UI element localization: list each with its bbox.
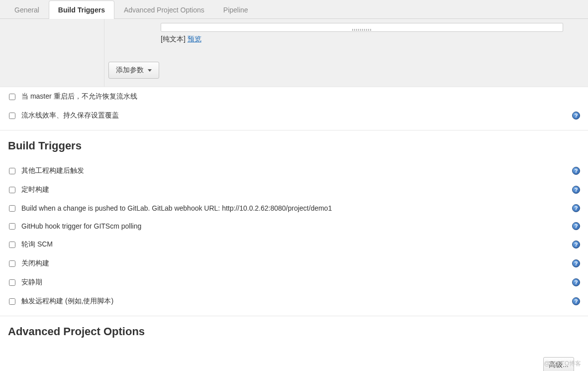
trigger-timed-build: 定时构建 ? <box>8 180 580 199</box>
parameter-description-textarea[interactable] <box>161 23 563 32</box>
help-icon[interactable]: ? <box>572 186 580 194</box>
option-label: GitHub hook trigger for GITScm polling <box>21 222 566 230</box>
trigger-disable-build: 关闭构建 ? <box>8 254 580 273</box>
trigger-after-other-projects: 其他工程构建后触发 ? <box>8 161 580 180</box>
tab-build-triggers[interactable]: Build Triggers <box>49 0 114 19</box>
checkbox-poll-scm[interactable] <box>9 242 15 248</box>
checkbox-github-hook[interactable] <box>9 223 15 230</box>
plain-text-label: [纯文本] <box>161 35 186 43</box>
option-durability-override: 流水线效率、持久保存设置覆盖 ? <box>8 106 580 125</box>
help-icon[interactable]: ? <box>572 222 580 230</box>
checkbox-timed-build[interactable] <box>9 187 15 193</box>
trigger-remote: 触发远程构建 (例如,使用脚本) ? <box>8 292 580 311</box>
option-label: 定时构建 <box>21 185 566 194</box>
option-label: 触发远程构建 (例如,使用脚本) <box>21 297 566 306</box>
config-tabbar: General Build Triggers Advanced Project … <box>0 0 588 19</box>
checkbox-quiet-period[interactable] <box>9 279 15 286</box>
trigger-quiet-period: 安静期 ? <box>8 273 580 292</box>
help-icon[interactable]: ? <box>572 167 580 175</box>
help-icon[interactable]: ? <box>572 278 580 286</box>
checkbox-remote-trigger[interactable] <box>9 298 15 305</box>
checkbox-no-resume-after-restart[interactable] <box>9 94 15 100</box>
parameter-panel-sidebar <box>0 19 104 87</box>
checkbox-gitlab-push[interactable] <box>9 205 15 212</box>
trigger-gitlab-push: Build when a change is pushed to GitLab.… <box>8 199 580 217</box>
tab-pipeline[interactable]: Pipeline <box>214 0 258 19</box>
help-icon[interactable]: ? <box>572 259 580 267</box>
checkbox-durability-override[interactable] <box>9 113 15 119</box>
option-label: 当 master 重启后，不允许恢复流水线 <box>21 92 566 101</box>
option-label: 关闭构建 <box>21 259 566 268</box>
tab-general[interactable]: General <box>5 0 49 19</box>
option-label: 其他工程构建后触发 <box>21 166 566 175</box>
checkbox-after-other-projects[interactable] <box>9 168 15 174</box>
add-parameter-button[interactable]: 添加参数 <box>108 62 159 79</box>
option-label: 安静期 <box>21 278 566 287</box>
help-icon[interactable]: ? <box>572 241 580 248</box>
caret-down-icon <box>148 69 152 72</box>
option-no-resume-after-restart: 当 master 重启后，不允许恢复流水线 <box>8 87 580 106</box>
option-label: 轮询 SCM <box>21 240 566 249</box>
trigger-poll-scm: 轮询 SCM ? <box>8 235 580 254</box>
checkbox-disable-build[interactable] <box>9 260 15 267</box>
tab-advanced-project-options[interactable]: Advanced Project Options <box>114 0 214 19</box>
textarea-resize-grip-icon[interactable] <box>352 29 372 31</box>
help-icon[interactable]: ? <box>572 112 580 120</box>
preview-link[interactable]: 预览 <box>188 35 201 43</box>
section-title-advanced-project-options: Advanced Project Options <box>8 316 580 347</box>
option-label: Build when a change is pushed to GitLab.… <box>21 204 566 212</box>
section-title-build-triggers: Build Triggers <box>8 130 580 161</box>
advanced-button[interactable]: 高级... <box>543 357 574 371</box>
help-icon[interactable]: ? <box>572 204 580 212</box>
help-icon[interactable]: ? <box>572 297 580 305</box>
option-label: 流水线效率、持久保存设置覆盖 <box>21 111 566 120</box>
parameter-panel: [纯文本] 预览 添加参数 <box>0 19 588 87</box>
trigger-github-hook: GitHub hook trigger for GITScm polling ? <box>8 217 580 235</box>
add-parameter-button-label: 添加参数 <box>116 66 144 75</box>
